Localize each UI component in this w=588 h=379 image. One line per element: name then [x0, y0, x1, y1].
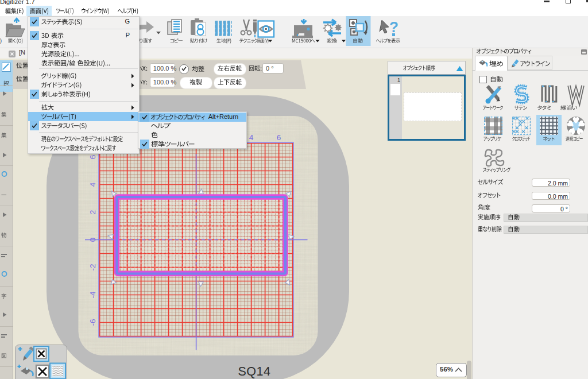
svg-text:?: ? — [389, 18, 399, 36]
svg-text:-2: -2 — [88, 264, 97, 270]
svg-text:2: 2 — [88, 210, 97, 215]
svg-text:4: 4 — [249, 133, 254, 142]
svg-text:-4: -4 — [88, 291, 97, 298]
svg-text:6: 6 — [88, 155, 97, 160]
svg-text:4: 4 — [88, 182, 97, 187]
svg-text:0: 0 — [88, 238, 97, 242]
svg-text:6: 6 — [277, 133, 281, 142]
svg-text:-6: -6 — [88, 319, 97, 326]
